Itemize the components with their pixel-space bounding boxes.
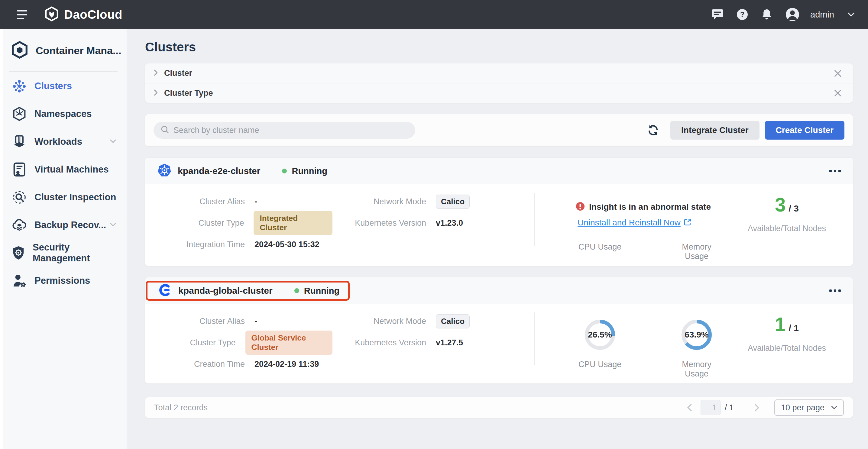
field-label: Network Mode — [333, 197, 426, 206]
prev-page-icon[interactable] — [685, 404, 694, 412]
integrate-cluster-button[interactable]: Integrate Cluster — [670, 121, 760, 139]
sidebar-item-security-management[interactable]: Security Management — [0, 239, 127, 267]
cluster-card-kpanda-global-cluster: kpanda-global-cluster Running Cluster Al… — [145, 277, 853, 383]
nodes-total: / 1 — [789, 323, 799, 333]
sidebar-item-label: Virtual Machines — [34, 164, 109, 175]
nodes-available: 3 — [775, 194, 786, 216]
external-link-icon — [684, 218, 691, 227]
page-number-input[interactable] — [701, 400, 720, 415]
filter-panel: Cluster Cluster Type — [145, 63, 853, 103]
sidebar-item-workloads[interactable]: Workloads — [0, 128, 127, 156]
permissions-icon — [12, 274, 27, 288]
field-label: Kubernetes Version — [333, 219, 426, 228]
sidebar-item-label: Clusters — [34, 81, 72, 92]
cpu-usage-label: CPU Usage — [576, 360, 624, 369]
chevron-right-icon — [154, 69, 157, 77]
user-menu-chevron-icon[interactable] — [847, 12, 855, 17]
memory-usage-donut: 63.9% Memory Usage — [673, 318, 721, 379]
sidebar-item-permissions[interactable]: Permissions — [0, 267, 127, 295]
cluster-name-link[interactable]: kpanda-global-cluster — [178, 286, 273, 296]
main-content: Clusters Cluster Cluster Type — [127, 29, 868, 449]
cluster-identity: kpanda-e2e-cluster Running — [157, 161, 327, 181]
total-records: Total 2 records — [154, 403, 208, 412]
chevron-down-icon — [831, 406, 837, 409]
brand-name: DaoCloud — [64, 8, 122, 22]
alert-icon — [576, 202, 585, 212]
close-icon[interactable] — [834, 70, 841, 77]
notification-bell-icon[interactable] — [761, 9, 772, 20]
field-value: v1.23.0 — [436, 219, 463, 228]
sidebar-item-label: Workloads — [34, 136, 82, 147]
help-icon[interactable]: ? — [737, 9, 748, 20]
search-box[interactable] — [154, 122, 415, 139]
hamburger-menu-icon[interactable] — [17, 10, 27, 19]
memory-usage-value: 63.9% — [680, 318, 713, 351]
chat-icon[interactable] — [712, 9, 723, 20]
sidebar-item-backup-recovery[interactable]: Backup Recov... — [0, 211, 127, 239]
workloads-icon — [12, 134, 27, 149]
network-mode-badge: Calico — [436, 314, 470, 328]
per-page-select[interactable]: 10 per page — [774, 399, 844, 416]
cpu-usage-label: CPU Usage — [576, 242, 624, 261]
brand-logo: DaoCloud — [45, 6, 122, 23]
page-count: / 1 — [725, 403, 734, 412]
topbar: DaoCloud ? admin — [0, 0, 868, 29]
filter-label: Cluster Type — [164, 89, 213, 98]
nodes-caption: Available/Total Nodes — [748, 224, 826, 233]
sidebar-item-namespaces[interactable]: Namespaces — [0, 100, 127, 128]
cluster-inspection-icon — [12, 190, 27, 204]
status-badge: Running — [282, 166, 327, 176]
sidebar-item-clusters[interactable]: Clusters — [0, 72, 127, 100]
kubernetes-logo-icon — [157, 163, 172, 179]
field-value: 2024-05-30 15:32 — [254, 240, 319, 249]
container-management-icon — [11, 41, 28, 60]
vertical-divider — [534, 313, 535, 365]
cluster-card-body: Cluster Alias- Cluster TypeGlobal Servic… — [145, 304, 853, 383]
field-label: Creation Time — [157, 359, 245, 369]
security-management-icon — [12, 246, 25, 260]
nodes-summary: 1 / 1 Available/Total Nodes — [733, 311, 841, 379]
nodes-caption: Available/Total Nodes — [748, 344, 826, 353]
namespaces-icon — [12, 107, 27, 121]
cluster-type-badge: Integrated Cluster — [254, 211, 333, 235]
cpu-usage-value: 26.5% — [583, 318, 617, 351]
next-page-icon[interactable] — [752, 404, 761, 412]
chevron-right-icon — [154, 90, 157, 97]
search-input[interactable] — [174, 126, 403, 135]
cluster-type-badge: Global Service Cluster — [245, 330, 333, 355]
cluster-name-link[interactable]: kpanda-e2e-cluster — [178, 166, 260, 176]
field-label: Cluster Alias — [157, 197, 245, 206]
create-cluster-button[interactable]: Create Cluster — [765, 121, 844, 139]
cluster-card-body: Cluster Alias- Cluster TypeIntegrated Cl… — [145, 184, 853, 266]
sidebar-item-cluster-inspection[interactable]: Cluster Inspection — [0, 184, 127, 211]
field-label: Network Mode — [333, 317, 426, 326]
insight-warning-text: Insight is in an abnormal state — [589, 202, 711, 212]
status-dot — [294, 288, 299, 293]
status-badge: Running — [294, 286, 340, 296]
nodes-total: / 3 — [789, 203, 799, 214]
sidebar-item-virtual-machines[interactable]: Virtual Machines — [0, 156, 127, 184]
more-actions-button[interactable] — [829, 286, 841, 295]
sidebar-divider — [9, 71, 118, 72]
annotation-red-box: kpanda-global-cluster Running — [146, 281, 350, 301]
vertical-divider — [534, 193, 535, 246]
filter-row-cluster[interactable]: Cluster — [145, 63, 853, 83]
close-icon[interactable] — [834, 90, 841, 97]
module-switcher[interactable]: Container Mana... — [11, 42, 127, 59]
toolbar: Integrate Cluster Create Cluster — [145, 114, 853, 146]
cluster-card-kpanda-e2e-cluster: kpanda-e2e-cluster Running Cluster Alias… — [145, 158, 853, 266]
svg-text:?: ? — [740, 10, 745, 19]
username-label: admin — [810, 10, 834, 20]
more-actions-button[interactable] — [829, 167, 841, 175]
field-value: - — [254, 197, 257, 206]
backup-recovery-icon — [12, 219, 27, 232]
reinstall-link[interactable]: Uninstall and Reinstall Now — [578, 218, 733, 227]
page-title: Clusters — [145, 40, 868, 54]
cpu-usage-donut: 26.5% CPU Usage — [576, 318, 624, 379]
insight-warning: Insight is in an abnormal state — [576, 202, 733, 212]
sidebar-item-label: Backup Recov... — [34, 220, 106, 230]
user-avatar[interactable] — [785, 7, 799, 22]
field-label: Integration Time — [157, 240, 245, 249]
refresh-icon[interactable] — [647, 124, 659, 136]
filter-row-cluster-type[interactable]: Cluster Type — [145, 83, 853, 103]
